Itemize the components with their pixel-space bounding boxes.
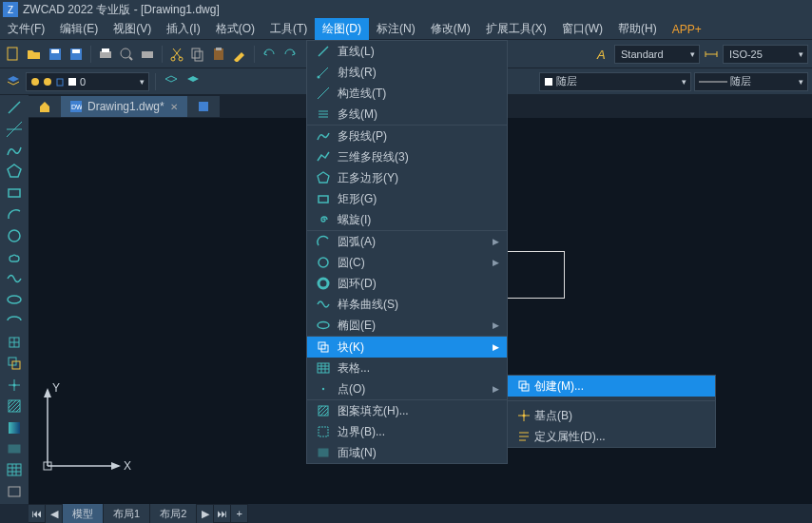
- menu-格式[interactable]: 格式(O): [208, 18, 262, 40]
- menu-工具[interactable]: 工具(T): [262, 18, 315, 40]
- menu-绘图[interactable]: 绘图(D): [315, 18, 369, 40]
- drawmenu-block[interactable]: 块(K)▶: [307, 337, 507, 358]
- tab-new[interactable]: [187, 96, 220, 117]
- tab-prev-icon[interactable]: ◀: [46, 505, 63, 523]
- window-title: ZWCAD 2022 专业版 - [Drawing1.dwg]: [23, 2, 220, 18]
- tab-add-icon[interactable]: +: [231, 505, 248, 522]
- more-tool-icon[interactable]: [4, 483, 25, 500]
- hatch-tool-icon[interactable]: [4, 397, 25, 415]
- dim-style-icon[interactable]: [702, 45, 721, 64]
- svg-line-46: [16, 408, 20, 412]
- save-icon[interactable]: [46, 45, 65, 64]
- menu-帮助[interactable]: 帮助(H): [610, 18, 665, 40]
- arc-tool-icon[interactable]: [4, 205, 25, 223]
- saveas-icon[interactable]: [67, 45, 86, 64]
- drawmenu-donut[interactable]: 圆环(D): [307, 273, 507, 294]
- revcloud-tool-icon[interactable]: [4, 248, 25, 265]
- menu-插入[interactable]: 插入(I): [159, 18, 207, 40]
- region-tool-icon[interactable]: [4, 440, 25, 457]
- drawmenu-circle[interactable]: 圆(C)▶: [307, 252, 507, 273]
- print-icon[interactable]: [96, 45, 115, 64]
- text-style-dropdown[interactable]: Standard: [614, 45, 700, 64]
- svg-point-31: [9, 230, 20, 242]
- color-dropdown[interactable]: 随层: [539, 72, 691, 91]
- menu-文件[interactable]: 文件(F): [0, 18, 52, 40]
- ellipse-tool-icon[interactable]: [4, 291, 25, 308]
- submenu-create[interactable]: 创建(M)...: [508, 376, 715, 397]
- drawmenu-spline[interactable]: 样条曲线(S): [307, 294, 507, 315]
- insert-tool-icon[interactable]: [4, 334, 25, 351]
- makeblock-tool-icon[interactable]: [4, 355, 25, 372]
- menu-标注[interactable]: 标注(N): [369, 18, 423, 40]
- polygon-tool-icon[interactable]: [4, 163, 25, 180]
- tab-home[interactable]: [29, 96, 61, 117]
- lineweight-dropdown[interactable]: 随层: [694, 72, 808, 91]
- drawmenu-arc[interactable]: 圆弧(A)▶: [307, 231, 507, 252]
- gradient-tool-icon[interactable]: [4, 418, 25, 436]
- layer-iso-icon[interactable]: [162, 72, 181, 91]
- menu-视图[interactable]: 视图(V): [106, 18, 159, 40]
- open-icon[interactable]: [25, 45, 44, 64]
- drawmenu-boundary[interactable]: 边界(B)...: [307, 421, 507, 442]
- drawmenu-table[interactable]: 表格...: [307, 358, 507, 378]
- svg-line-89: [324, 412, 328, 416]
- circle-tool-icon[interactable]: [4, 227, 25, 244]
- menu-修改[interactable]: 修改(M): [423, 18, 478, 40]
- dim-style-dropdown[interactable]: ISO-25: [723, 45, 808, 64]
- drawmenu-ray[interactable]: 射线(R): [307, 62, 507, 83]
- xline-tool-icon[interactable]: [4, 120, 25, 137]
- layout-tab-模型[interactable]: 模型: [63, 504, 104, 524]
- paste-icon[interactable]: [209, 45, 228, 64]
- redo-icon[interactable]: [280, 45, 300, 64]
- drawmenu-hatch[interactable]: 图案填充(H)...: [307, 400, 507, 421]
- drawmenu-mline[interactable]: 多线(M): [307, 104, 507, 125]
- submenu-arrow-icon: ▶: [493, 237, 499, 246]
- drawmenu-line[interactable]: 直线(L): [307, 41, 507, 62]
- layer-prev-icon[interactable]: [184, 72, 203, 91]
- drawmenu-spiral[interactable]: 螺旋(I): [307, 209, 507, 230]
- tab-last-icon[interactable]: ⏭: [214, 505, 231, 522]
- undo-icon[interactable]: [260, 45, 279, 64]
- drawmenu-pline[interactable]: 多段线(P): [307, 126, 507, 146]
- tab-next-icon[interactable]: ▶: [197, 505, 214, 523]
- tab-drawing[interactable]: DWG Drawing1.dwg* ✕: [61, 96, 187, 117]
- drawmenu-polygon[interactable]: 正多边形(Y): [307, 167, 507, 188]
- svg-rect-22: [57, 79, 63, 86]
- cut-icon[interactable]: [167, 45, 186, 64]
- point-tool-icon[interactable]: [4, 376, 25, 393]
- drawmenu-xline[interactable]: 构造线(T): [307, 83, 507, 104]
- menu-APP+[interactable]: APP+: [665, 20, 709, 39]
- svg-rect-6: [102, 48, 109, 52]
- rect-tool-icon[interactable]: [4, 184, 25, 202]
- drawmenu-ellipse[interactable]: 椭圆(E)▶: [307, 315, 507, 336]
- table-tool-icon[interactable]: [4, 461, 25, 478]
- preview-icon[interactable]: [117, 45, 136, 64]
- ellipsearc-tool-icon[interactable]: [4, 312, 25, 329]
- layout-tab-布局1[interactable]: 布局1: [104, 504, 150, 524]
- drawmenu-3dpoly[interactable]: 三维多段线(3): [307, 146, 507, 167]
- svg-rect-13: [195, 51, 203, 61]
- drawmenu-point[interactable]: 点(O)▶: [307, 378, 507, 399]
- text-style-icon[interactable]: A: [593, 45, 612, 64]
- tab-first-icon[interactable]: ⏮: [29, 505, 46, 522]
- line-tool-icon[interactable]: [4, 99, 25, 116]
- drawmenu-region[interactable]: 面域(N): [307, 442, 507, 463]
- layer-dropdown[interactable]: 0: [26, 72, 149, 91]
- submenu-base[interactable]: 基点(B): [508, 405, 715, 426]
- matchprop-icon[interactable]: [230, 45, 249, 64]
- attdef-icon: [513, 429, 534, 444]
- layout-tab-布局2[interactable]: 布局2: [150, 504, 197, 524]
- submenu-attdef[interactable]: 定义属性(D)...: [508, 426, 715, 447]
- new-icon[interactable]: [4, 45, 23, 64]
- menu-扩展工具[interactable]: 扩展工具(X): [478, 18, 554, 40]
- menu-窗口[interactable]: 窗口(W): [554, 18, 610, 40]
- pline-icon: [313, 128, 334, 144]
- copy-icon[interactable]: [188, 45, 207, 64]
- publish-icon[interactable]: [138, 45, 157, 64]
- pline-tool-icon[interactable]: [4, 142, 25, 159]
- tab-close-icon[interactable]: ✕: [170, 102, 178, 112]
- drawmenu-rect[interactable]: 矩形(G): [307, 188, 507, 209]
- spline-tool-icon[interactable]: [4, 269, 25, 286]
- menu-编辑[interactable]: 编辑(E): [52, 18, 106, 40]
- layer-mgr-icon[interactable]: [4, 72, 23, 91]
